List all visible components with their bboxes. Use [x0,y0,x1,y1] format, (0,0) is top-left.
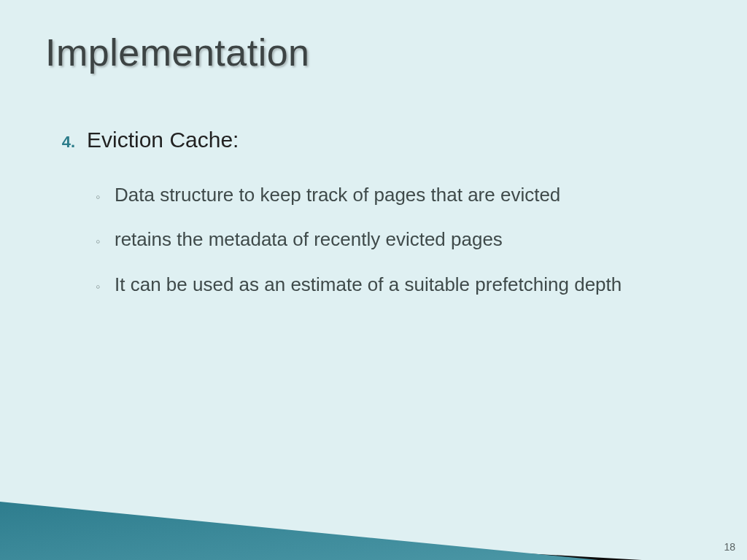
sub-list: ◦ Data structure to keep track of pages … [96,176,659,304]
bullet-text: Data structure to keep track of pages th… [115,176,560,214]
bullet-text: It can be used as an estimate of a suita… [115,265,622,304]
list-item: ◦ retains the metadata of recently evict… [96,220,659,259]
page-number: 18 [724,541,735,553]
list-item: ◦ Data structure to keep track of pages … [96,176,659,214]
list-item: ◦ It can be used as an estimate of a sui… [96,265,659,304]
svg-marker-0 [0,524,642,560]
bullet-icon: ◦ [96,184,104,211]
slide-content: 4. Eviction Cache: ◦ Data structure to k… [55,128,659,310]
svg-marker-1 [0,502,598,560]
bullet-icon: ◦ [96,228,104,255]
list-number-4: 4. [55,133,75,152]
numbered-item: 4. Eviction Cache: [55,128,659,152]
decorative-triangles [0,436,747,560]
bullet-text: retains the metadata of recently evicted… [115,220,503,259]
list-heading: Eviction Cache: [87,128,239,152]
bullet-icon: ◦ [96,273,104,300]
slide-title: Implementation [45,31,310,74]
